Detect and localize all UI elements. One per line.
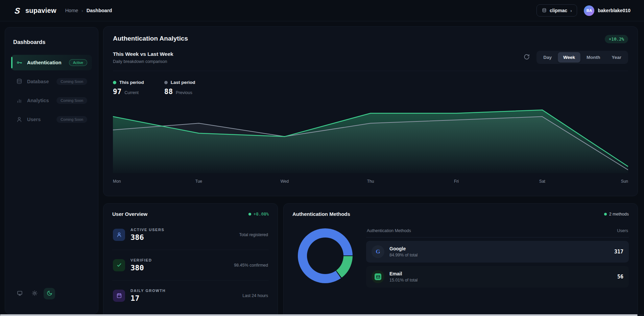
chevron-right-icon: ›	[570, 8, 572, 13]
sidebar-item-authentication[interactable]: Authentication Active	[11, 55, 92, 70]
stat-label: DAILY GROWTH	[130, 289, 166, 293]
legend-value: 97	[113, 88, 121, 96]
provider-percent: 84.99% of total	[389, 253, 418, 257]
column-header-method: Authentication Methods	[367, 228, 411, 233]
sidebar-item-users[interactable]: Users Coming Soon	[11, 112, 92, 127]
chart-description: Daily breakdown comparison	[113, 59, 173, 64]
tab-year[interactable]: Year	[606, 52, 627, 63]
growth-badge: +8.08%	[248, 211, 269, 217]
google-icon: G	[372, 245, 384, 258]
tab-month[interactable]: Month	[581, 52, 605, 63]
x-tick: Fri	[454, 179, 459, 184]
user-icon	[113, 229, 125, 241]
scrollbar-thumb[interactable]	[0, 314, 638, 316]
breadcrumb: Home › Dashboard	[65, 8, 112, 13]
growth-value: +8.08%	[254, 211, 269, 217]
table-row-google[interactable]: G Google 84.99% of total 317	[366, 241, 629, 263]
sidebar-item-analytics[interactable]: Analytics Coming Soon	[11, 93, 92, 108]
theme-light-button[interactable]	[29, 288, 40, 299]
coming-soon-badge: Coming Soon	[56, 97, 87, 104]
user-overview-card: User Overview +8.08% ACTIVE USERS 386 To…	[103, 203, 278, 316]
stat-label: ACTIVE USERS	[130, 228, 165, 232]
green-dot-icon	[604, 213, 607, 216]
card-title: User Overview	[112, 211, 147, 217]
sidebar-item-label: Users	[27, 117, 41, 122]
authentication-methods-card: Authentication Methods 2 methods Authent…	[283, 203, 638, 316]
sun-icon	[32, 290, 38, 297]
provider-name: Email	[389, 271, 418, 276]
stat-note: 98.45% confirmed	[234, 263, 268, 268]
period-tabs: Day Week Month Year	[536, 51, 628, 64]
x-tick: Thu	[367, 179, 374, 184]
stat-row-daily-growth: DAILY GROWTH 17 Last 24 hours	[112, 280, 269, 311]
legend-value: 88	[164, 88, 173, 96]
stat-label: VERIFIED	[130, 258, 152, 262]
theme-dark-button[interactable]	[44, 288, 55, 299]
coming-soon-badge: Coming Soon	[56, 78, 87, 85]
legend-this-period: This period 97 Current	[113, 80, 144, 96]
legend-label: This period	[119, 80, 144, 85]
legend-last-period: Last period 88 Previous	[164, 80, 195, 96]
x-tick: Mon	[113, 179, 121, 184]
chart-subtitle: This Week vs Last Week	[113, 51, 173, 57]
green-dot-icon	[248, 213, 251, 216]
stat-row-active-users: ACTIVE USERS 386 Total registered	[112, 220, 269, 250]
project-name: clipmac	[550, 8, 567, 13]
active-badge: Active	[69, 59, 87, 66]
username: bakerblake010	[598, 8, 630, 13]
comparison-line-chart: Mon Tue Wed Thu Fri Sat Sun	[113, 104, 628, 186]
stat-note: Last 24 hours	[242, 293, 268, 298]
user-menu[interactable]: BA bakerblake010	[584, 5, 630, 16]
x-axis-labels: Mon Tue Wed Thu Fri Sat Sun	[113, 179, 628, 186]
stat-value: 17	[130, 294, 166, 302]
database-icon	[16, 78, 23, 85]
monitor-icon	[17, 290, 23, 297]
calendar-icon	[113, 290, 125, 302]
tab-week[interactable]: Week	[558, 52, 580, 63]
card-title: Authentication Analytics	[113, 35, 188, 42]
refresh-icon	[524, 54, 530, 61]
table-row-email[interactable]: Email 15.01% of total 56	[366, 266, 629, 288]
provider-users: 56	[617, 274, 623, 280]
sidebar-item-database[interactable]: Database Coming Soon	[11, 74, 92, 89]
provider-users: 317	[614, 249, 623, 255]
user-icon	[16, 116, 23, 122]
methods-donut-chart	[298, 228, 353, 283]
brand[interactable]: S supaview	[13, 6, 56, 15]
key-icon	[16, 60, 23, 66]
methods-count: 2 methods	[609, 212, 629, 217]
legend-caption: Current	[124, 90, 139, 95]
sidebar-item-label: Database	[27, 79, 49, 84]
project-selector-button[interactable]: clipmac ›	[536, 4, 577, 17]
theme-toggle	[11, 288, 92, 299]
refresh-button[interactable]	[524, 54, 530, 61]
provider-percent: 15.01% of total	[389, 278, 418, 283]
horizontal-scrollbar[interactable]	[0, 314, 644, 316]
stat-note: Total registered	[239, 232, 268, 237]
breadcrumb-current: Dashboard	[87, 8, 112, 13]
legend-dot-green	[113, 81, 116, 84]
sidebar-item-label: Analytics	[27, 98, 49, 103]
card-title: Authentication Methods	[292, 211, 350, 217]
sidebar-item-label: Authentication	[27, 60, 62, 65]
x-tick: Sat	[539, 179, 545, 184]
x-tick: Sun	[621, 179, 628, 184]
legend-label: Last period	[171, 80, 195, 85]
supaview-logo-icon: S	[13, 6, 23, 15]
brand-name: supaview	[25, 7, 56, 15]
legend-dot-gray	[164, 81, 168, 84]
top-nav: S supaview Home › Dashboard clipmac › BA…	[0, 0, 644, 21]
check-icon	[113, 259, 125, 271]
stat-value: 386	[130, 233, 165, 242]
sidebar-title: Dashboards	[13, 39, 92, 45]
theme-system-button[interactable]	[14, 288, 25, 299]
provider-name: Google	[389, 246, 418, 251]
coming-soon-badge: Coming Soon	[56, 116, 87, 123]
chart-legend: This period 97 Current Last period 88 Pr…	[113, 80, 628, 96]
breadcrumb-home[interactable]: Home	[65, 8, 78, 13]
authentication-analytics-card: Authentication Analytics +10.2% This Wee…	[103, 26, 638, 196]
tab-day[interactable]: Day	[538, 52, 557, 63]
change-badge: +10.2%	[605, 35, 628, 43]
x-tick: Wed	[281, 179, 289, 184]
email-icon	[372, 270, 384, 283]
